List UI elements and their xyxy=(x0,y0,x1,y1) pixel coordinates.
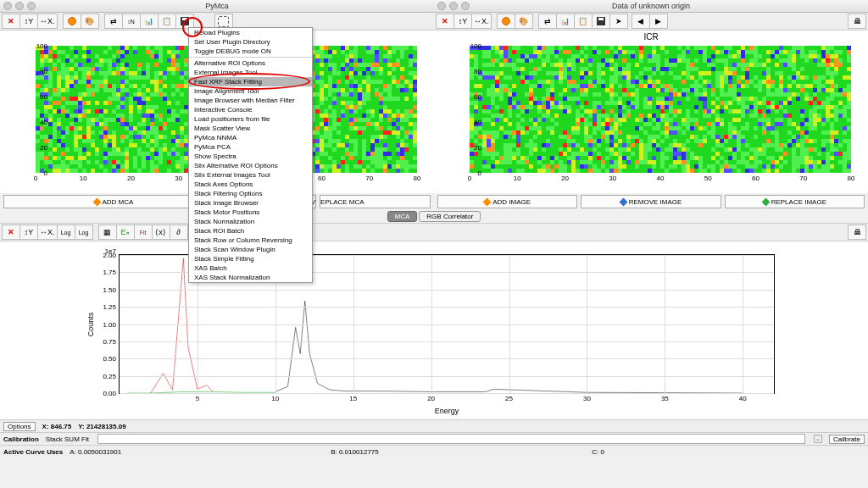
plugin-menu: Reload PluginsSet User Plugin DirectoryT… xyxy=(188,27,313,283)
menu-item[interactable]: Stack Scan Window Plugin xyxy=(189,245,312,254)
orange-dot-icon[interactable] xyxy=(497,14,515,29)
menu-item[interactable]: Toggle DEBUG mode ON xyxy=(189,47,312,56)
save-icon[interactable] xyxy=(592,14,610,29)
menu-item[interactable]: Stack Axes Options xyxy=(189,180,312,189)
tab-row: MCA RGB Correlator xyxy=(0,210,868,223)
y-scale-icon[interactable]: ↕Y xyxy=(453,14,472,29)
copy-icon[interactable]: 📋 xyxy=(158,14,176,29)
deriv-icon[interactable]: ∂ xyxy=(170,225,188,240)
add-image-button[interactable]: ADD IMAGE xyxy=(437,195,577,208)
toolbar-right: ✕ ↕Y ↔X. 🎨 ⇄ 📊 📋 ➤ ◀ ▶ 🖶 xyxy=(434,13,868,30)
replace-image-button[interactable]: REPLACE IMAGE xyxy=(725,195,865,208)
tab-mca[interactable]: MCA xyxy=(387,211,418,222)
menu-item[interactable]: Stack Row or Column Reversing xyxy=(189,236,312,245)
menu-item[interactable]: Image Alignment Tool xyxy=(189,86,312,96)
x-auto-icon[interactable]: ↔X. xyxy=(37,225,58,240)
replace-mca-button[interactable]: EPLACE MCA xyxy=(320,195,431,208)
menu-item[interactable]: XAS Batch xyxy=(189,263,312,273)
menu-item[interactable]: Silx Alternative ROI Options xyxy=(189,161,312,170)
menu-item[interactable]: Alternative ROI Options xyxy=(189,58,312,68)
y-scale-icon[interactable]: ↕Y xyxy=(19,14,38,29)
menu-item[interactable]: External Images Tool xyxy=(189,68,312,77)
menu-item[interactable]: Show Spectra xyxy=(189,152,312,161)
calibration-dropdown-icon[interactable]: ⌄ xyxy=(814,435,822,443)
menu-item[interactable]: Stack Image Browser xyxy=(189,198,312,208)
chart-icon[interactable]: 📊 xyxy=(556,14,575,29)
plot-xlabel: Energy xyxy=(435,407,459,415)
titlebar-left: PyMca xyxy=(0,0,434,13)
flip-h-icon[interactable]: ⇄ xyxy=(538,14,557,29)
status-options: Options X: 846.75 Y: 21428135.09 xyxy=(0,419,868,432)
prev-icon[interactable]: ◀ xyxy=(632,14,650,29)
menu-item[interactable]: XAS Stack Normalization xyxy=(189,273,312,282)
menu-item[interactable]: PyMca NNMA xyxy=(189,133,312,142)
x-reset-icon[interactable]: ✕ xyxy=(2,14,20,29)
menu-item[interactable]: Interactive Console xyxy=(189,105,312,114)
menu-item[interactable]: Image Browser with Median Filter xyxy=(189,96,312,105)
title-right: Data of unknown origin xyxy=(612,2,690,10)
calibration-label: Calibration xyxy=(3,435,39,443)
menu-item[interactable]: Mask Scatter View xyxy=(189,124,312,133)
flip-h-icon[interactable]: ⇄ xyxy=(104,14,123,29)
menu-item[interactable]: Stack Motor Positions xyxy=(189,208,312,217)
avg-icon[interactable]: ⟨x⟩ xyxy=(152,225,170,240)
image-buttons: ADD IMAGE REMOVE IMAGE REPLACE IMAGE xyxy=(434,193,868,210)
cursor-icon[interactable]: ➤ xyxy=(609,14,628,29)
heatmap-right: ICR 10080604020001020304050607080 xyxy=(434,30,868,193)
energy-icon[interactable]: Eₙ xyxy=(116,225,135,240)
flip-v-icon[interactable]: ↕N xyxy=(122,14,141,29)
print-icon[interactable]: 🖶 xyxy=(848,225,866,240)
status-x: X: 846.75 xyxy=(42,423,72,430)
print-icon[interactable]: 🖶 xyxy=(848,14,866,29)
menu-item[interactable]: PyMca PCA xyxy=(189,142,312,152)
grid-icon[interactable]: ▦ xyxy=(98,225,117,240)
calibration-select[interactable] xyxy=(97,434,805,444)
orange-dot-icon[interactable] xyxy=(63,14,81,29)
menu-item[interactable]: Set User Plugin Directory xyxy=(189,37,312,47)
log-x-icon[interactable]: Log xyxy=(75,225,93,240)
menu-item[interactable]: Stack ROI Batch xyxy=(189,226,312,236)
next-icon[interactable]: ▶ xyxy=(649,14,668,29)
menu-item[interactable]: Reload Plugins xyxy=(189,28,312,37)
spectrum-plot[interactable]: Counts 1e7 Energy 2.001.751.501.251.000.… xyxy=(0,241,868,419)
status-active-curve: Active Curve Uses A: 0.0050031901 B: 0.0… xyxy=(0,445,868,458)
x-reset-icon[interactable]: ✕ xyxy=(436,14,454,29)
status-calibration: Calibration Stack SUM Fit ⌄ Calibrate xyxy=(0,432,868,445)
palette-icon[interactable]: 🎨 xyxy=(515,14,533,29)
x-scale-icon[interactable]: ↔X. xyxy=(471,14,492,29)
map-title-right: ICR xyxy=(434,30,868,42)
calibration-value: Stack SUM Fit xyxy=(46,435,89,443)
calibrate-button[interactable]: Calibrate xyxy=(829,435,865,444)
menu-item[interactable]: Load positioners from file xyxy=(189,114,312,124)
coeff-a: A: 0.0050031901 xyxy=(70,448,324,456)
menu-item[interactable]: Stack Normalization xyxy=(189,217,312,226)
titlebar-right: Data of unknown origin xyxy=(434,0,868,13)
coeff-c: C: 0 xyxy=(592,448,604,456)
y-auto-icon[interactable]: ↕Y xyxy=(19,225,38,240)
copy-icon[interactable]: 📋 xyxy=(574,14,593,29)
plot-ylabel: Counts xyxy=(86,312,95,336)
status-y: Y: 21428135.09 xyxy=(78,423,125,430)
remove-image-button[interactable]: REMOVE IMAGE xyxy=(581,195,721,208)
menu-item[interactable]: Fast XRF Stack Fitting xyxy=(189,77,312,86)
active-curve-label: Active Curve Uses xyxy=(3,448,63,456)
options-button[interactable]: Options xyxy=(3,422,36,431)
log-y-icon[interactable]: Log xyxy=(57,225,75,240)
menu-item[interactable]: Stack Filtering Options xyxy=(189,189,312,198)
menu-item[interactable]: Silx External Images Tool xyxy=(189,170,312,180)
x-scale-icon[interactable]: ↔X. xyxy=(37,14,58,29)
tab-rgb[interactable]: RGB Correlator xyxy=(419,211,481,222)
coeff-b: B: 0.010012775 xyxy=(331,448,585,456)
plot-toolbar: ✕ ↕Y ↔X. Log Log ▦ Eₙ Fit ⟨x⟩ ∂ 〰 🖶 xyxy=(0,223,868,241)
palette-icon[interactable]: 🎨 xyxy=(81,14,99,29)
fit-icon[interactable]: Fit xyxy=(134,225,153,240)
menu-item[interactable]: Stack Simple Fitting xyxy=(189,254,312,263)
chart-icon[interactable]: 📊 xyxy=(140,14,159,29)
x-reset-icon[interactable]: ✕ xyxy=(2,225,20,240)
title-left: PyMca xyxy=(205,2,229,10)
